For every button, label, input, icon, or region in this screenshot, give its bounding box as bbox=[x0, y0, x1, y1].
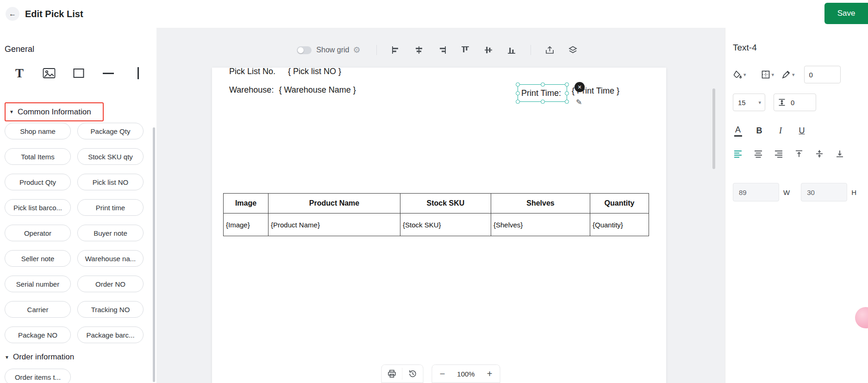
table-cell-stock-sku: {Stock SKU} bbox=[400, 213, 491, 236]
text-tool-icon[interactable]: T bbox=[13, 66, 26, 80]
chip-order-items-table[interactable]: Order items t... bbox=[5, 369, 71, 383]
chip-pick-list-barcode[interactable]: Pick list barco... bbox=[5, 199, 71, 216]
chip-serial-number[interactable]: Serial number bbox=[5, 276, 71, 292]
chip-stock-sku-qty[interactable]: Stock SKU qty bbox=[77, 148, 144, 165]
text-align-center-icon bbox=[754, 149, 763, 158]
image-tool-icon[interactable] bbox=[43, 66, 56, 80]
pick-list-no-element[interactable]: Pick List No. { Pick list NO } bbox=[229, 67, 341, 76]
chip-print-time[interactable]: Print time bbox=[77, 199, 144, 216]
style-tools-row: ▾ ▾ ▾ bbox=[733, 66, 868, 83]
chip-pick-list-no[interactable]: Pick list NO bbox=[77, 174, 144, 190]
document-page[interactable]: Pick List No. { Pick list NO } Warehouse… bbox=[212, 68, 666, 383]
selected-element-name: Text-4 bbox=[733, 43, 868, 53]
selection-handle-ne[interactable] bbox=[565, 82, 569, 87]
font-size-row: 15 ▾ 0 bbox=[733, 94, 868, 111]
width-input[interactable] bbox=[733, 183, 779, 201]
italic-button[interactable]: I bbox=[775, 126, 786, 136]
bring-forward-button[interactable] bbox=[544, 44, 556, 56]
selection-handle-sw[interactable] bbox=[516, 100, 520, 104]
chip-package-no[interactable]: Package NO bbox=[5, 326, 71, 343]
warehouse-element[interactable]: Warehouse: { Warehouse Name } bbox=[229, 85, 356, 95]
align-right-icon bbox=[437, 45, 447, 55]
text-align-row bbox=[733, 149, 868, 159]
vertical-line-tool-icon[interactable] bbox=[131, 66, 144, 80]
bold-button[interactable]: B bbox=[754, 126, 764, 136]
align-right-button[interactable] bbox=[437, 44, 448, 56]
toolbar-divider bbox=[376, 45, 377, 55]
save-button[interactable]: Save bbox=[824, 3, 868, 24]
chip-package-barcode[interactable]: Package barc... bbox=[77, 326, 144, 343]
chip-warehouse-name[interactable]: Warehouse na... bbox=[77, 250, 144, 267]
chip-operator[interactable]: Operator bbox=[5, 225, 71, 241]
back-button[interactable]: ← bbox=[6, 7, 19, 21]
chip-carrier[interactable]: Carrier bbox=[5, 301, 71, 318]
zoom-out-button[interactable]: − bbox=[432, 364, 453, 383]
chip-buyer-note[interactable]: Buyer note bbox=[77, 225, 144, 241]
selection-handle-e[interactable] bbox=[565, 91, 569, 95]
toolbar-divider bbox=[531, 45, 531, 55]
selection-handle-n[interactable] bbox=[541, 82, 545, 87]
rotate-input[interactable] bbox=[804, 66, 841, 83]
horizontal-line-tool-icon[interactable] bbox=[102, 66, 115, 80]
table-cell-shelves: {Shelves} bbox=[491, 213, 590, 236]
align-left-button[interactable] bbox=[390, 44, 401, 56]
canvas-scrollbar[interactable] bbox=[712, 88, 715, 169]
text-align-center-button[interactable] bbox=[753, 149, 763, 159]
font-color-button[interactable]: A bbox=[733, 125, 743, 137]
chip-product-qty[interactable]: Product Qty bbox=[5, 174, 71, 190]
fill-color-button[interactable]: ▾ bbox=[733, 70, 746, 79]
selection-handle-se[interactable] bbox=[565, 100, 569, 104]
text-align-right-button[interactable] bbox=[774, 149, 784, 159]
show-grid-toggle[interactable] bbox=[297, 46, 312, 54]
selection-handle-w[interactable] bbox=[516, 91, 520, 95]
chip-order-no[interactable]: Order NO bbox=[77, 276, 144, 292]
chip-package-qty[interactable]: Package Qty bbox=[77, 123, 144, 139]
height-input[interactable] bbox=[801, 183, 847, 201]
plus-icon: + bbox=[487, 369, 493, 379]
table-header-image: Image bbox=[224, 194, 269, 213]
send-backward-button[interactable] bbox=[568, 44, 579, 56]
selection-handle-nw[interactable] bbox=[516, 82, 520, 87]
chip-shop-name[interactable]: Shop name bbox=[5, 123, 71, 139]
print-button[interactable] bbox=[382, 364, 402, 383]
letter-spacing-control[interactable]: 0 bbox=[774, 94, 816, 111]
grid-settings-gear-icon[interactable]: ⚙ bbox=[353, 45, 361, 55]
canvas-toolbar: Show grid ⚙ bbox=[156, 42, 725, 58]
chip-total-items[interactable]: Total Items bbox=[5, 148, 71, 165]
underline-button[interactable]: U bbox=[797, 126, 807, 136]
align-top-button[interactable] bbox=[460, 44, 471, 56]
table-header-stock-sku: Stock SKU bbox=[400, 194, 491, 213]
vertical-align-top-button[interactable] bbox=[794, 149, 804, 159]
borders-icon bbox=[761, 70, 770, 79]
edit-element-button[interactable]: ✎ bbox=[576, 98, 582, 107]
common-information-heading[interactable]: ▼ Common Information bbox=[5, 102, 104, 121]
chip-seller-note[interactable]: Seller note bbox=[5, 250, 71, 267]
close-icon: ✕ bbox=[577, 84, 581, 90]
order-information-heading[interactable]: ▼ Order information bbox=[5, 352, 156, 363]
table-row: {Image} {Product Name} {Stock SKU} {Shel… bbox=[224, 213, 649, 236]
pick-list-table[interactable]: Image Product Name Stock SKU Shelves Qua… bbox=[223, 193, 649, 236]
chip-tracking-no[interactable]: Tracking NO bbox=[77, 301, 144, 318]
vertical-align-middle-button[interactable] bbox=[814, 149, 824, 159]
selection-handle-s[interactable] bbox=[541, 100, 545, 104]
rectangle-tool-icon[interactable] bbox=[72, 66, 85, 80]
pen-color-button[interactable]: ▾ bbox=[781, 70, 795, 79]
properties-panel: Text-4 ▾ ▾ ▾ bbox=[725, 28, 868, 383]
selected-print-time-element[interactable]: Print Time: bbox=[518, 84, 567, 102]
history-button[interactable] bbox=[403, 364, 423, 383]
font-size-select[interactable]: 15 ▾ bbox=[733, 94, 765, 111]
letter-spacing-value: 0 bbox=[791, 99, 794, 107]
align-center-horizontal-icon bbox=[414, 45, 424, 55]
general-tools: T bbox=[5, 66, 156, 80]
text-align-left-button[interactable] bbox=[733, 149, 743, 159]
warehouse-placeholder: { Warehouse Name } bbox=[279, 85, 356, 94]
align-center-horizontal-button[interactable] bbox=[413, 44, 425, 56]
delete-element-button[interactable]: ✕ bbox=[575, 82, 585, 92]
align-middle-vertical-button[interactable] bbox=[483, 44, 494, 56]
table-cell-quantity: {Quantity} bbox=[590, 213, 649, 236]
border-style-button[interactable]: ▾ bbox=[761, 70, 774, 79]
sidebar-scrollbar[interactable] bbox=[153, 127, 155, 382]
zoom-in-button[interactable]: + bbox=[480, 364, 500, 383]
vertical-align-bottom-button[interactable] bbox=[835, 149, 845, 159]
align-bottom-button[interactable] bbox=[506, 44, 517, 56]
